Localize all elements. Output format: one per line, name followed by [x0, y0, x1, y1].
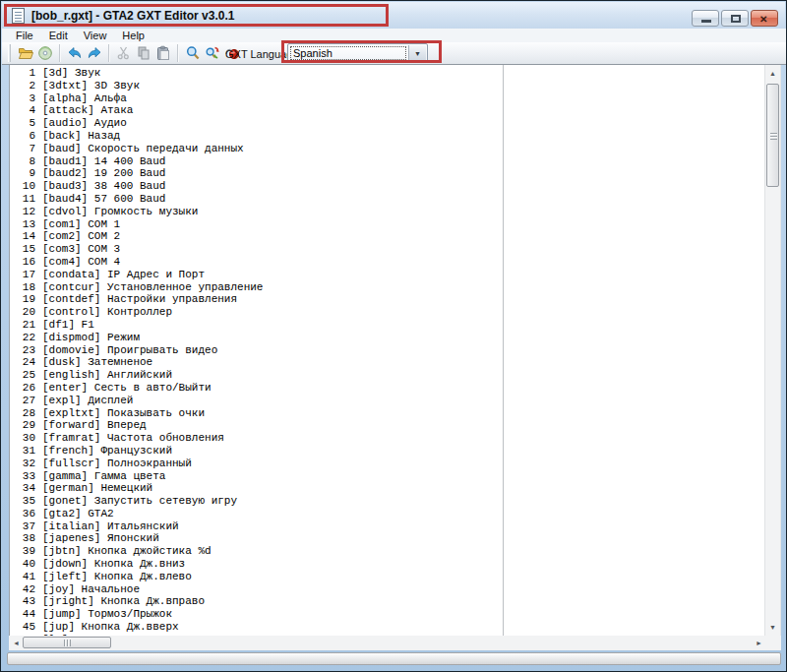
- toolbar: GXT Language: Spanish ▼: [2, 42, 787, 65]
- chevron-down-icon[interactable]: ▼: [408, 45, 426, 61]
- gxt-language-select[interactable]: Spanish ▼: [287, 43, 428, 63]
- line-number: 29: [10, 419, 35, 432]
- cut-button[interactable]: [114, 43, 134, 63]
- entry-text: [gamma] Гамма цвета: [42, 470, 165, 483]
- list-item[interactable]: 43[jright] Кнопка Дж.вправо: [10, 595, 502, 608]
- menu-edit[interactable]: Edit: [41, 30, 76, 41]
- entry-text: [french] Французский: [42, 445, 172, 458]
- list-item[interactable]: 29[forward] Вперед: [10, 419, 502, 432]
- list-item[interactable]: 11[baud4] 57 600 Baud: [10, 193, 502, 206]
- list-item[interactable]: 1[3d] Звук: [10, 67, 502, 80]
- horizontal-scrollbar[interactable]: ◄ ►: [9, 636, 766, 650]
- list-item[interactable]: 39[jbtn] Кнопка джойстика %d: [10, 545, 502, 558]
- list-item[interactable]: 33[gamma] Гамма цвета: [10, 470, 502, 483]
- line-number: 41: [10, 571, 35, 583]
- copy-button[interactable]: [134, 43, 153, 63]
- toolbar-separator: [177, 44, 179, 62]
- scroll-left-icon[interactable]: ◄: [9, 636, 24, 650]
- list-item[interactable]: 14[com2] COM 2: [10, 230, 502, 243]
- open-folder-icon: [18, 45, 33, 61]
- open-cd-button[interactable]: [35, 43, 55, 63]
- minimize-button[interactable]: [692, 10, 719, 27]
- list-item[interactable]: 21[df1] F1: [10, 319, 502, 332]
- line-number: 30: [10, 432, 35, 445]
- list-item[interactable]: 19[contdef] Настройки управления: [10, 293, 502, 306]
- horizontal-scroll-thumb[interactable]: [23, 637, 111, 648]
- menu-help[interactable]: Help: [114, 30, 152, 41]
- entry-text: [alpha] Альфа: [42, 92, 127, 105]
- list-item[interactable]: 13[com1] COM 1: [10, 218, 502, 231]
- close-icon: ✕: [759, 14, 767, 25]
- line-number: 13: [10, 218, 35, 231]
- list-item[interactable]: 26[enter] Сесть в авто/Выйти: [10, 382, 502, 395]
- list-item[interactable]: 34[german] Немецкий: [10, 482, 502, 495]
- list-item[interactable]: 6[back] Назад: [10, 130, 502, 143]
- entry-text: [german] Немецкий: [42, 482, 152, 495]
- menu-file[interactable]: File: [8, 30, 41, 41]
- list-item[interactable]: 40[jdown] Кнопка Дж.вниз: [10, 558, 502, 571]
- list-item[interactable]: 38[japenes] Японский: [10, 532, 502, 545]
- list-item[interactable]: 9[baud2] 19 200 Baud: [10, 167, 502, 180]
- title-bar[interactable]: [bob_r.gxt] - GTA2 GXT Editor v3.0.1 ✕: [2, 2, 785, 29]
- list-item[interactable]: 2[3dtxt] 3D Звук: [10, 80, 502, 92]
- list-item[interactable]: 18[contcur] Установленное управление: [10, 281, 502, 294]
- line-number: 31: [10, 445, 35, 458]
- maximize-button[interactable]: [721, 10, 749, 27]
- list-item[interactable]: 27[expl] Дисплей: [10, 395, 502, 407]
- entry-text: [domovie] Проигрывать видео: [42, 344, 217, 357]
- entry-text: [com1] COM 1: [42, 218, 120, 231]
- line-number: 11: [10, 193, 35, 206]
- find-button[interactable]: [183, 43, 203, 63]
- list-item[interactable]: 17[condata] IP Адрес и Порт: [10, 269, 502, 281]
- list-item[interactable]: 20[control] Контроллер: [10, 306, 502, 319]
- list-item[interactable]: 16[com4] COM 4: [10, 256, 502, 269]
- entry-text: [gta2] GTA2: [42, 508, 114, 520]
- vertical-scroll-thumb[interactable]: [766, 84, 779, 187]
- line-number: 20: [10, 306, 35, 319]
- line-number: 3: [10, 92, 35, 105]
- list-item[interactable]: 44[jump] Тормоз/Прыжок: [10, 608, 502, 621]
- scroll-up-icon[interactable]: ▲: [765, 66, 780, 81]
- list-item[interactable]: 8[baud1] 14 400 Baud: [10, 155, 502, 168]
- scroll-down-icon[interactable]: ▼: [765, 620, 780, 635]
- open-file-button[interactable]: [16, 43, 35, 63]
- list-item[interactable]: 15[com3] COM 3: [10, 243, 502, 256]
- list-item[interactable]: 23[domovie] Проигрывать видео: [10, 344, 502, 357]
- line-number: 23: [10, 344, 35, 357]
- entry-text: [dispmod] Режим: [42, 332, 140, 344]
- scroll-right-icon[interactable]: ►: [752, 636, 766, 650]
- line-number: 36: [10, 508, 35, 520]
- replace-button[interactable]: [203, 43, 222, 63]
- entry-text: [baud4] 57 600 Baud: [42, 193, 165, 206]
- list-item[interactable]: 7[baud] Скорость передачи данных: [10, 143, 502, 155]
- vertical-scrollbar[interactable]: ▲ ▼: [764, 65, 780, 636]
- list-item[interactable]: 4[attack] Атака: [10, 104, 502, 117]
- list-item[interactable]: 41[jleft] Кнопка Дж.влево: [10, 571, 502, 583]
- close-button[interactable]: ✕: [751, 10, 778, 27]
- menu-view[interactable]: View: [76, 30, 115, 41]
- list-item[interactable]: 12[cdvol] Громкость музыки: [10, 206, 502, 218]
- menu-bar: File Edit View Help: [2, 29, 787, 42]
- list-item[interactable]: 24[dusk] Затемненое: [10, 356, 502, 369]
- redo-button[interactable]: [85, 43, 104, 63]
- list-item[interactable]: 30[framrat] Частота обновления: [10, 432, 502, 445]
- entry-text: [gonet] Запустить сетевую игру: [42, 495, 237, 508]
- toolbar-grip[interactable]: [8, 44, 11, 62]
- list-item[interactable]: 42[joy] Начальное: [10, 583, 502, 596]
- list-item[interactable]: 37[italian] Итальянский: [10, 520, 502, 533]
- list-item[interactable]: 25[english] Английский: [10, 369, 502, 382]
- list-item[interactable]: 10[baud3] 38 400 Baud: [10, 180, 502, 193]
- paste-button[interactable]: [153, 43, 173, 63]
- list-item[interactable]: 32[fullscr] Полноэкранный: [10, 458, 502, 470]
- list-item[interactable]: 3[alpha] Альфа: [10, 92, 502, 105]
- list-item[interactable]: 28[expltxt] Показывать очки: [10, 407, 502, 420]
- undo-button[interactable]: [65, 43, 85, 63]
- line-number: 32: [10, 458, 35, 470]
- entry-list[interactable]: 1[3d] Звук2[3dtxt] 3D Звук3[alpha] Альфа…: [10, 65, 502, 636]
- list-item[interactable]: 35[gonet] Запустить сетевую игру: [10, 495, 502, 508]
- list-item[interactable]: 31[french] Французский: [10, 445, 502, 458]
- list-item[interactable]: 45[jup] Кнопка Дж.вверх: [10, 621, 502, 634]
- list-item[interactable]: 22[dispmod] Режим: [10, 332, 502, 344]
- list-item[interactable]: 36[gta2] GTA2: [10, 508, 502, 520]
- list-item[interactable]: 5[audio] Аудио: [10, 117, 502, 130]
